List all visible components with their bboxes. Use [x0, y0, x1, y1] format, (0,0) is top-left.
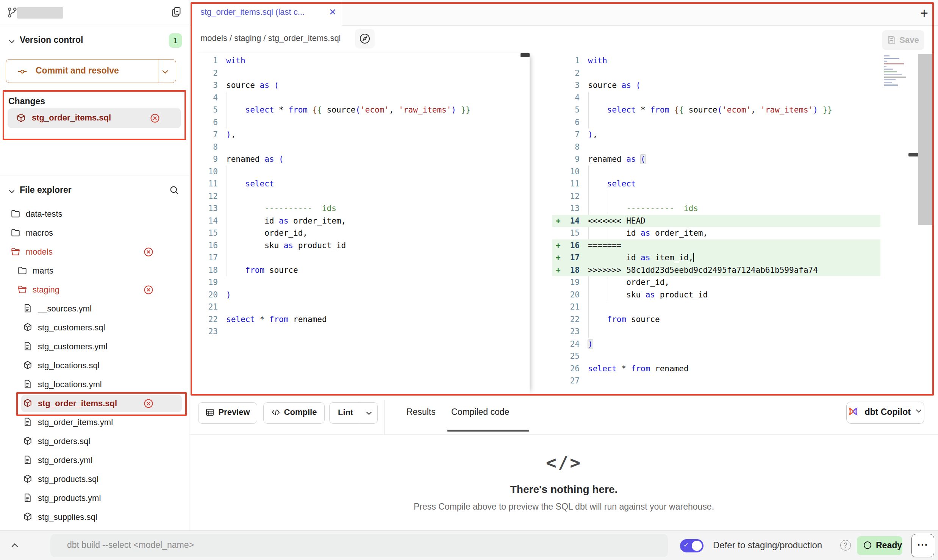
code-line-23[interactable]: 23 — [552, 325, 880, 338]
code-line-18[interactable]: 18 from source — [191, 264, 530, 277]
code-line-9[interactable]: 9renamed as ( — [191, 153, 530, 166]
code-line-21[interactable]: 21 — [552, 301, 880, 313]
file-row-stg_orders.yml[interactable]: stg_orders.yml — [0, 451, 189, 470]
code-line-10[interactable]: 10 — [191, 166, 530, 178]
code-line-19[interactable]: 19 — [191, 276, 530, 289]
file-row-stg_orders.sql[interactable]: stg_orders.sql — [0, 432, 189, 451]
dbt-copilot-button[interactable]: dbt Copilot — [846, 402, 924, 424]
lineage-compass-icon[interactable] — [355, 29, 375, 48]
code-line-5[interactable]: 5 select * from {{ source('ecom', 'raw_i… — [191, 104, 530, 116]
file-row-data-tests[interactable]: data-tests — [0, 205, 189, 224]
file-row-macros[interactable]: macros — [0, 224, 189, 242]
code-line-24[interactable]: 24) — [552, 338, 880, 350]
code-line-9[interactable]: 9renamed as ( — [552, 153, 880, 166]
more-options-button[interactable]: ··· — [911, 534, 934, 557]
code-line-14[interactable]: 14 id as order_item, — [191, 215, 530, 227]
code-line-21[interactable]: 21 — [191, 301, 530, 313]
compile-button[interactable]: Compile — [263, 402, 325, 424]
preview-button[interactable]: Preview — [198, 402, 257, 424]
tab-stg-order-items[interactable]: stg_order_items.sql (last c... ✕ — [191, 0, 342, 26]
code-line-8[interactable]: 8 — [552, 141, 880, 153]
chevron-up-icon[interactable] — [10, 541, 20, 552]
code-line-14[interactable]: +14<<<<<<< HEAD — [552, 215, 880, 227]
changed-file-row[interactable]: stg_order_items.sql — [8, 108, 181, 128]
minimap[interactable] — [884, 55, 908, 111]
code-line-1[interactable]: 1with — [552, 55, 880, 67]
tab-results[interactable]: Results — [406, 407, 436, 417]
file-explorer-section-header[interactable]: File explorer — [0, 183, 189, 201]
help-icon[interactable]: ? — [840, 540, 851, 551]
discard-change-icon[interactable] — [143, 247, 154, 259]
code-line-12[interactable]: 12 — [552, 190, 880, 203]
file-row-stg_supplies.sql[interactable]: stg_supplies.sql — [0, 508, 189, 527]
code-line-5[interactable]: 5 select * from {{ source('ecom', 'raw_i… — [552, 104, 880, 116]
code-editor-original[interactable]: 1with23source as (45 select * from {{ so… — [191, 53, 530, 394]
file-row-staging[interactable]: staging — [0, 280, 189, 299]
file-row-stg_order_items.yml[interactable]: stg_order_items.yml — [0, 413, 189, 432]
commit-and-resolve-button[interactable]: Commit and resolve — [6, 59, 176, 83]
discard-change-icon[interactable] — [150, 113, 160, 125]
code-line-19[interactable]: 19 order_id, — [552, 276, 880, 289]
lint-button[interactable]: Lint — [329, 402, 378, 424]
code-line-11[interactable]: 11 select — [191, 178, 530, 190]
code-line-20[interactable]: 20 sku as product_id — [552, 289, 880, 301]
code-line-22[interactable]: 22 from source — [552, 313, 880, 326]
file-row-stg_order_items.sql[interactable]: stg_order_items.sql — [0, 394, 189, 413]
code-line-13[interactable]: 13 ---------- ids — [191, 202, 530, 215]
file-row-stg_customers.sql[interactable]: stg_customers.sql — [0, 318, 189, 337]
code-line-12[interactable]: 12 — [191, 190, 530, 203]
code-line-23[interactable]: 23 — [191, 325, 530, 338]
code-line-3[interactable]: 3source as ( — [552, 79, 880, 92]
code-line-22[interactable]: 22select * from renamed — [191, 313, 530, 326]
file-row-stg_products.sql[interactable]: stg_products.sql — [0, 470, 189, 489]
code-line-16[interactable]: 16 sku as product_id — [191, 239, 530, 252]
search-icon[interactable] — [169, 185, 180, 197]
copy-icon[interactable] — [170, 6, 183, 20]
code-editor-diff[interactable]: 1with23source as (45 select * from {{ so… — [552, 53, 880, 394]
code-line-2[interactable]: 2 — [191, 67, 530, 80]
code-line-15[interactable]: 15 id as order_item, — [552, 227, 880, 239]
defer-toggle[interactable]: ✓ — [680, 539, 704, 552]
file-row-marts[interactable]: marts — [0, 261, 189, 280]
code-line-1[interactable]: 1with — [191, 55, 530, 67]
code-line-3[interactable]: 3source as ( — [191, 79, 530, 92]
code-line-26[interactable]: 26select * from renamed — [552, 363, 880, 375]
file-row-__sources.yml[interactable]: __sources.yml — [0, 299, 189, 318]
version-control-section-header[interactable]: Version control 1 — [0, 33, 189, 49]
code-line-10[interactable]: 10 — [552, 166, 880, 178]
code-line-18[interactable]: +18>>>>>>> 58c1dd23d5eebd9cd2495fa7124ab… — [552, 264, 880, 277]
discard-change-icon[interactable] — [143, 398, 154, 410]
code-line-16[interactable]: +16======= — [552, 239, 880, 252]
code-line-6[interactable]: 6 — [552, 116, 880, 129]
dbt-command-input[interactable]: dbt build --select <model_name> — [50, 534, 668, 557]
tab-compiled-code[interactable]: Compiled code — [451, 407, 509, 417]
file-row-models[interactable]: models — [0, 242, 189, 261]
code-line-2[interactable]: 2 — [552, 67, 880, 80]
git-branch-icon[interactable] — [7, 7, 18, 20]
code-line-4[interactable]: 4 — [552, 92, 880, 104]
code-line-20[interactable]: 20) — [191, 289, 530, 301]
code-line-27[interactable]: 27 — [552, 375, 880, 387]
file-row-stg_locations.sql[interactable]: stg_locations.sql — [0, 356, 189, 375]
new-tab-icon[interactable]: + — [920, 5, 928, 21]
file-row-stg_products.yml[interactable]: stg_products.yml — [0, 489, 189, 508]
code-line-17[interactable]: +17 id as item_id, — [552, 252, 880, 264]
scrollbar-handle[interactable] — [908, 153, 918, 156]
commit-dropdown-chevron-icon[interactable] — [161, 67, 170, 78]
discard-change-icon[interactable] — [143, 285, 154, 297]
code-line-7[interactable]: 7), — [552, 128, 880, 141]
lint-dropdown-chevron-icon[interactable] — [360, 403, 377, 423]
file-row-stg_customers.yml[interactable]: stg_customers.yml — [0, 337, 189, 356]
code-line-7[interactable]: 7), — [191, 128, 530, 141]
code-line-8[interactable]: 8 — [191, 141, 530, 153]
code-line-15[interactable]: 15 order_id, — [191, 227, 530, 239]
file-row-stg_locations.yml[interactable]: stg_locations.yml — [0, 375, 189, 394]
ready-status-badge[interactable]: Ready — [857, 536, 902, 555]
code-line-13[interactable]: 13 ---------- ids — [552, 202, 880, 215]
left-pane-scrollbar-thumb[interactable] — [521, 53, 530, 57]
editor-scrollbar[interactable] — [918, 54, 934, 225]
code-line-11[interactable]: 11 select — [552, 178, 880, 190]
code-line-6[interactable]: 6 — [191, 116, 530, 129]
close-tab-icon[interactable]: ✕ — [329, 7, 336, 17]
code-line-17[interactable]: 17 — [191, 252, 530, 264]
